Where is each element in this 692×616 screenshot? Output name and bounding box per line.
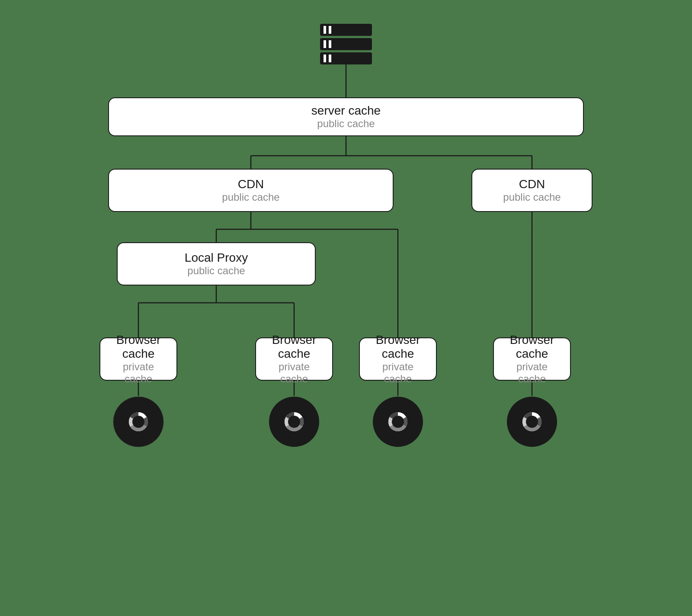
browser-cache-2-box: Browser cache private cache <box>255 337 333 381</box>
svg-rect-21 <box>329 26 331 34</box>
browser4-label: Browser cache <box>504 333 560 361</box>
svg-point-38 <box>288 416 300 428</box>
browser-cache-1-box: Browser cache private cache <box>99 337 177 381</box>
browser1-label: Browser cache <box>111 333 166 361</box>
cdn-left-sublabel: public cache <box>222 191 279 203</box>
browser2-sublabel: private cache <box>266 361 322 385</box>
svg-point-32 <box>132 416 144 428</box>
browser2-label: Browser cache <box>266 333 322 361</box>
svg-rect-22 <box>320 38 372 50</box>
svg-rect-20 <box>324 26 326 34</box>
svg-rect-27 <box>329 55 331 62</box>
cdn-right-sublabel: public cache <box>503 191 561 203</box>
chrome-icon-3 <box>372 396 424 448</box>
server-cache-box: server cache public cache <box>108 97 584 136</box>
svg-rect-25 <box>320 52 372 64</box>
browser4-sublabel: private cache <box>504 361 560 385</box>
cdn-right-label: CDN <box>519 177 545 191</box>
chrome-icon-1 <box>112 396 164 448</box>
svg-rect-24 <box>329 40 331 48</box>
cdn-left-box: CDN public cache <box>108 169 394 212</box>
browser-cache-4-box: Browser cache private cache <box>493 337 571 381</box>
browser1-sublabel: private cache <box>111 361 166 385</box>
chrome-icon-4 <box>506 396 558 448</box>
local-proxy-label: Local Proxy <box>185 251 248 265</box>
server-cache-sublabel: public cache <box>317 118 375 130</box>
svg-point-42 <box>392 416 404 428</box>
server-cache-label: server cache <box>311 104 381 118</box>
browser3-sublabel: private cache <box>370 361 426 385</box>
svg-rect-19 <box>320 24 372 36</box>
svg-rect-26 <box>324 55 326 62</box>
local-proxy-sublabel: public cache <box>187 265 245 277</box>
cdn-left-label: CDN <box>238 177 264 191</box>
browser3-label: Browser cache <box>370 333 426 361</box>
svg-rect-23 <box>324 40 326 48</box>
diagram-canvas: server cache public cache CDN public cac… <box>95 17 597 601</box>
browser-cache-3-box: Browser cache private cache <box>359 337 437 381</box>
server-icon <box>307 22 385 84</box>
chrome-icon-2 <box>268 396 320 448</box>
svg-point-46 <box>526 416 538 428</box>
local-proxy-box: Local Proxy public cache <box>117 242 316 286</box>
cache-hierarchy-diagram: server cache public cache CDN public cac… <box>86 0 606 616</box>
cdn-right-box: CDN public cache <box>471 169 593 212</box>
